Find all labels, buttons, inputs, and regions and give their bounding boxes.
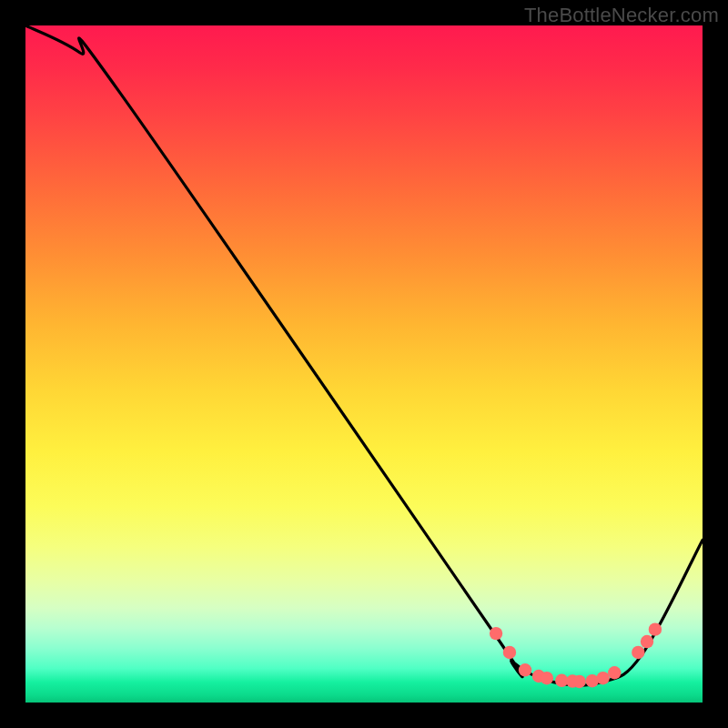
marker-group [490,622,662,688]
data-marker [490,627,502,640]
data-marker [632,646,644,659]
data-marker [596,672,609,684]
data-marker [541,672,553,684]
data-marker [608,666,621,679]
watermark-text: TheBottleNecker.com [524,4,719,27]
data-marker [649,622,662,635]
data-marker [503,646,516,659]
bottleneck-curve [25,25,703,685]
data-marker [519,663,531,676]
chart-stage: TheBottleNecker.com [0,0,728,728]
plot-area [25,25,703,703]
data-marker [572,675,585,688]
data-marker [641,635,653,648]
curve-svg [25,25,703,703]
